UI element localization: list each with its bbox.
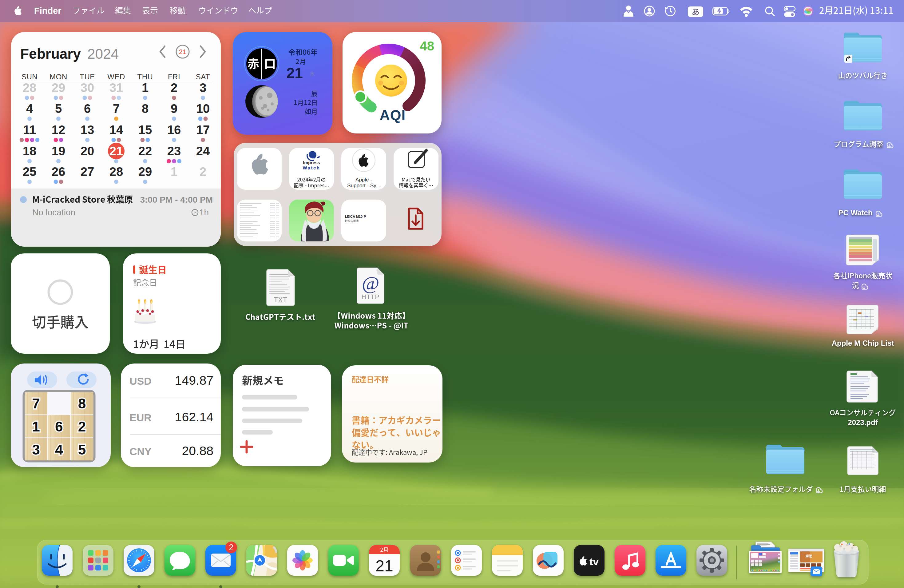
svg-text:21: 21 — [109, 144, 123, 158]
svg-text:21: 21 — [375, 557, 393, 575]
svg-text:6: 6 — [55, 419, 63, 435]
svg-text:19: 19 — [52, 144, 65, 158]
svg-text:CNY: CNY — [130, 446, 152, 457]
svg-text:TXT: TXT — [273, 296, 287, 304]
svg-text:1: 1 — [32, 419, 40, 435]
svg-text:4: 4 — [26, 102, 33, 115]
svg-text:4: 4 — [55, 442, 63, 458]
svg-text:Apple M Chip List: Apple M Chip List — [832, 339, 894, 347]
svg-text:30: 30 — [81, 81, 95, 95]
svg-text:8: 8 — [78, 395, 86, 411]
svg-text:22: 22 — [138, 144, 152, 158]
svg-text:29: 29 — [52, 81, 65, 95]
svg-text:7: 7 — [32, 395, 40, 411]
svg-text:1h: 1h — [199, 207, 209, 217]
svg-text:16: 16 — [167, 123, 181, 136]
svg-text:EUR: EUR — [130, 412, 152, 424]
svg-text:15: 15 — [138, 123, 152, 136]
svg-text:2: 2 — [199, 165, 206, 179]
svg-text:9: 9 — [171, 102, 177, 115]
svg-text:14: 14 — [109, 123, 123, 136]
svg-text:麻婆: 麻婆 — [805, 554, 812, 558]
svg-text:28: 28 — [23, 81, 36, 95]
svg-text:@: @ — [362, 272, 379, 293]
svg-text:THU: THU — [137, 73, 153, 81]
svg-text:1: 1 — [171, 165, 177, 179]
svg-text:SUN: SUN — [22, 73, 38, 81]
svg-text:Impress: Impress — [303, 160, 320, 165]
svg-text:TUE: TUE — [80, 73, 95, 81]
svg-text:12: 12 — [52, 123, 65, 136]
svg-text:SAT: SAT — [196, 73, 210, 81]
svg-text:13: 13 — [81, 123, 95, 136]
svg-text:HTTP: HTTP — [362, 293, 380, 300]
svg-text:AQI: AQI — [380, 107, 406, 123]
svg-text:5: 5 — [78, 442, 86, 458]
svg-text:5: 5 — [55, 102, 62, 115]
svg-text:FRI: FRI — [168, 73, 180, 81]
svg-text:3:00 PM - 4:00 PM: 3:00 PM - 4:00 PM — [140, 195, 213, 204]
svg-text:PC Watch: PC Watch — [838, 209, 872, 217]
svg-text:2024: 2024 — [87, 46, 119, 62]
svg-text:23: 23 — [167, 144, 181, 158]
svg-text:Support - Sy...: Support - Sy... — [347, 183, 380, 188]
svg-text:18: 18 — [23, 144, 36, 158]
svg-text:tv: tv — [589, 556, 599, 567]
svg-text:1: 1 — [142, 81, 149, 95]
svg-text:8: 8 — [142, 102, 149, 115]
svg-text:162.14: 162.14 — [175, 410, 213, 424]
svg-text:Finder: Finder — [34, 6, 62, 16]
svg-text:17: 17 — [196, 123, 210, 136]
svg-text:No location: No location — [32, 207, 75, 217]
svg-text:WED: WED — [107, 73, 125, 81]
svg-text:2: 2 — [229, 543, 233, 552]
svg-text:February: February — [20, 46, 81, 62]
svg-text:11: 11 — [23, 123, 36, 136]
svg-text:USD: USD — [130, 375, 152, 387]
svg-text:Watch: Watch — [303, 165, 321, 171]
svg-text:26: 26 — [52, 165, 65, 179]
svg-text:7: 7 — [113, 102, 120, 115]
svg-text:MON: MON — [49, 73, 67, 81]
svg-text:31: 31 — [109, 81, 123, 95]
svg-text:3: 3 — [199, 81, 206, 95]
svg-text:6: 6 — [84, 102, 91, 115]
svg-text:25: 25 — [23, 165, 36, 179]
svg-text:20.88: 20.88 — [182, 444, 213, 458]
svg-text:48: 48 — [420, 39, 434, 53]
svg-text:29: 29 — [138, 165, 152, 179]
svg-text:LEICA M10-P: LEICA M10-P — [345, 215, 366, 218]
svg-text:21: 21 — [286, 65, 303, 81]
svg-text:3: 3 — [32, 442, 40, 458]
svg-text:10: 10 — [196, 102, 210, 115]
svg-text:Apple -: Apple - — [356, 177, 372, 183]
svg-text:28: 28 — [109, 165, 123, 179]
svg-text:20: 20 — [81, 144, 95, 158]
svg-text:2: 2 — [78, 419, 86, 435]
svg-text:2: 2 — [171, 81, 177, 95]
svg-text:27: 27 — [81, 165, 95, 179]
svg-text:2023.pdf: 2023.pdf — [848, 418, 878, 427]
svg-text:149.87: 149.87 — [175, 373, 213, 387]
svg-text:24: 24 — [196, 144, 210, 158]
svg-text:21: 21 — [179, 48, 186, 56]
